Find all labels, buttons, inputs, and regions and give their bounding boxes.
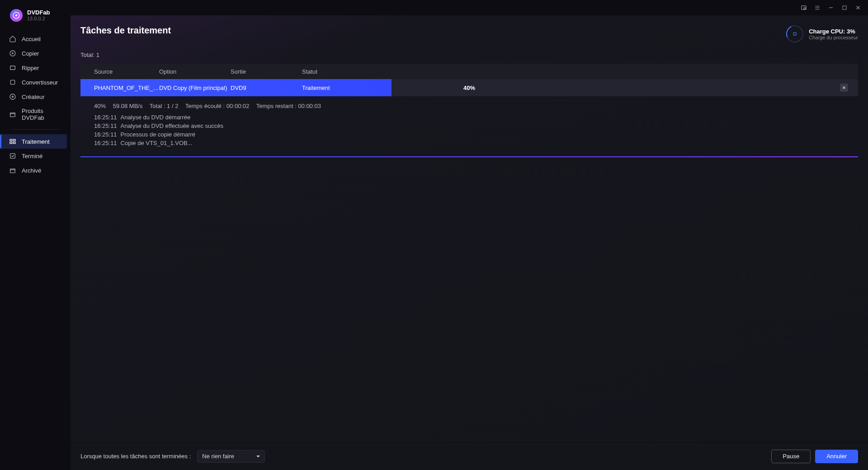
check-icon [9, 152, 16, 160]
ripper-icon [9, 64, 16, 71]
sidebar-separator [11, 129, 60, 130]
after-tasks-label: Lorsque toutes les tâches sont terminées… [80, 453, 191, 460]
maximize-icon[interactable] [841, 4, 848, 11]
creator-icon [9, 93, 16, 100]
cpu-ring-icon [786, 25, 803, 42]
cell-source: PHANTOM_OF_THE_OP... [94, 85, 159, 91]
svg-point-1 [16, 15, 17, 16]
select-value: Ne rien faire [202, 453, 234, 460]
app-logo-block: DVDFab 13.0.0.2 [0, 6, 71, 30]
cancel-task-button[interactable] [840, 84, 848, 92]
log-line: 16:25:11Copie de VTS_01_1.VOB... [94, 140, 844, 146]
col-statut: Statut [302, 68, 386, 75]
sidebar-item-convertisseur[interactable]: Convertisseur [4, 75, 67, 89]
sidebar-item-produits[interactable]: Produits DVDFab [4, 104, 67, 125]
cpu-sub-label: Charge du processeur [809, 35, 858, 40]
menu-icon[interactable] [814, 4, 821, 11]
stat-remaining: Temps restant : 00:00:03 [256, 103, 321, 109]
col-sortie: Sortie [231, 68, 302, 75]
stat-pct: 40% [94, 103, 106, 109]
sidebar-item-label: Accueil [22, 36, 41, 42]
minimize-icon[interactable] [827, 4, 835, 11]
sidebar-item-label: Terminé [22, 153, 42, 160]
sidebar-item-traitement[interactable]: Traitement [0, 134, 67, 149]
cell-option: DVD Copy (Film principal) [159, 85, 231, 91]
svg-point-2 [10, 51, 15, 56]
stats-line: 40% 59.08 MB/s Total : 1 / 2 Temps écoul… [94, 103, 844, 109]
stat-elapsed: Temps écoulé : 00:00:02 [185, 103, 250, 109]
task-details: 40% 59.08 MB/s Total : 1 / 2 Temps écoul… [80, 96, 858, 155]
main: Tâches de traitement Charge CPU: 3% Char… [71, 0, 868, 470]
sidebar-item-label: Produits DVDFab [22, 108, 61, 121]
cell-sortie: DVD9 [231, 85, 302, 91]
titlebar [71, 0, 868, 15]
svg-rect-11 [13, 142, 15, 143]
svg-rect-17 [793, 33, 796, 35]
convert-icon [9, 79, 16, 86]
sidebar-item-archive[interactable]: Archivé [4, 163, 67, 178]
archive-icon [9, 167, 16, 174]
col-option: Option [159, 68, 231, 75]
cpu-widget: Charge CPU: 3% Charge du processeur [786, 25, 858, 42]
task-row[interactable]: 40% PHANTOM_OF_THE_OP... DVD Copy (Film … [80, 79, 858, 96]
log-line: 16:25:11Analyse du DVD démarrée [94, 114, 844, 121]
svg-rect-10 [10, 142, 12, 143]
stat-total: Total : 1 / 2 [150, 103, 179, 109]
app-name: DVDFab [27, 9, 50, 16]
log-lines: 16:25:11Analyse du DVD démarrée 16:25:11… [94, 114, 844, 146]
svg-rect-12 [10, 154, 15, 159]
table-header: Source Option Sortie Statut [80, 64, 858, 79]
svg-rect-9 [13, 139, 15, 141]
sidebar: DVDFab 13.0.0.2 Accueil Copier Ripper Co… [0, 0, 71, 470]
processing-icon [9, 138, 16, 145]
svg-rect-4 [10, 66, 15, 70]
after-tasks-select[interactable]: Ne rien faire [197, 450, 265, 463]
sidebar-item-label: Convertisseur [22, 79, 58, 86]
app-version: 13.0.0.2 [27, 16, 50, 21]
close-icon[interactable] [854, 4, 862, 11]
progress-percent: 40% [463, 85, 475, 91]
sidebar-item-copier[interactable]: Copier [4, 46, 67, 61]
pause-button[interactable]: Pause [771, 450, 811, 463]
cpu-load-label: Charge CPU: 3% [809, 28, 858, 35]
sidebar-item-label: Traitement [22, 138, 50, 145]
svg-rect-16 [843, 6, 846, 9]
footer: Lorsque toutes les tâches sont terminées… [71, 442, 868, 470]
box-icon [9, 111, 16, 118]
log-line: 16:25:11Analyse du DVD effectuée avec su… [94, 122, 844, 129]
home-icon [9, 35, 16, 42]
sidebar-item-label: Créateur [22, 94, 45, 100]
sidebar-item-accueil[interactable]: Accueil [4, 32, 67, 46]
disc-icon [9, 50, 16, 57]
svg-rect-7 [10, 113, 15, 117]
sidebar-item-ripper[interactable]: Ripper [4, 61, 67, 75]
col-source: Source [94, 68, 159, 75]
pip-icon[interactable] [800, 4, 807, 11]
content: Tâches de traitement Charge CPU: 3% Char… [71, 15, 868, 442]
total-count: Total: 1 [80, 52, 858, 58]
sidebar-item-label: Copier [22, 50, 39, 57]
svg-point-3 [12, 53, 14, 54]
sidebar-item-label: Archivé [22, 167, 41, 174]
app-logo-icon [10, 9, 23, 22]
svg-rect-5 [10, 80, 14, 84]
svg-rect-13 [10, 169, 15, 173]
cancel-button[interactable]: Annuler [815, 450, 858, 463]
sidebar-item-termine[interactable]: Terminé [4, 149, 67, 163]
log-line: 16:25:11Processus de copie démarré [94, 131, 844, 138]
sidebar-item-label: Ripper [22, 65, 39, 71]
svg-rect-15 [804, 8, 806, 9]
page-title: Tâches de traitement [80, 25, 171, 36]
sidebar-nav: Accueil Copier Ripper Convertisseur Créa… [0, 30, 71, 179]
sidebar-item-createur[interactable]: Créateur [4, 89, 67, 104]
stat-speed: 59.08 MB/s [113, 103, 143, 109]
svg-rect-8 [10, 139, 12, 141]
cell-statut: Traitement [302, 85, 386, 91]
